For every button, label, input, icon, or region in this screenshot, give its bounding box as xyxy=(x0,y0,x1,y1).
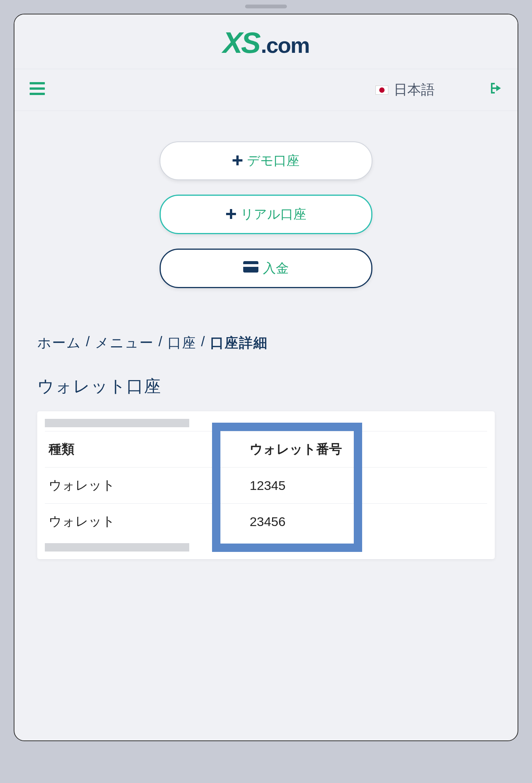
breadcrumb-separator: / xyxy=(158,334,163,352)
table-row: ウォレット 12345 xyxy=(45,468,487,504)
menu-icon[interactable] xyxy=(30,81,45,98)
svg-rect-0 xyxy=(30,82,45,84)
app-screen: XS .com 日本語 デモ口座 xyxy=(14,14,518,741)
real-account-label: リアル口座 xyxy=(241,206,306,223)
table-header-number: ウォレット番号 xyxy=(231,431,487,468)
deposit-label: 入金 xyxy=(263,260,289,277)
logo-brand-text: XS xyxy=(223,28,259,57)
svg-rect-2 xyxy=(30,93,45,95)
device-notch xyxy=(245,5,287,8)
breadcrumb-current: 口座詳細 xyxy=(210,334,268,352)
japan-flag-icon xyxy=(375,86,388,95)
plus-icon xyxy=(226,207,236,222)
table-cell-type: ウォレット xyxy=(45,468,231,504)
language-selector[interactable]: 日本語 xyxy=(375,81,435,99)
breadcrumb: ホーム / メニュー / 口座 / 口座詳細 xyxy=(37,334,495,352)
breadcrumb-separator: / xyxy=(201,334,206,352)
table-cell-number: 12345 xyxy=(231,468,487,504)
main-content: デモ口座 リアル口座 入金 ホーム / メニュー / 口座 / 口座詳細 xyxy=(14,111,518,574)
action-button-group: デモ口座 リアル口座 入金 xyxy=(37,141,495,288)
demo-account-button[interactable]: デモ口座 xyxy=(160,141,372,180)
device-home-button xyxy=(255,754,277,777)
brand-logo[interactable]: XS .com xyxy=(223,28,309,57)
topbar-right: 日本語 xyxy=(375,81,502,99)
real-account-button[interactable]: リアル口座 xyxy=(160,195,372,234)
breadcrumb-menu[interactable]: メニュー xyxy=(95,334,154,352)
logo-bar: XS .com xyxy=(14,14,518,69)
svg-rect-4 xyxy=(233,159,242,162)
table-cell-type: ウォレット xyxy=(45,504,231,540)
redacted-bar xyxy=(45,543,189,552)
svg-rect-10 xyxy=(243,265,258,266)
breadcrumb-account[interactable]: 口座 xyxy=(168,334,196,352)
plus-icon xyxy=(233,154,242,168)
wallet-card: 種類 ウォレット番号 ウォレット 12345 ウォレット 23456 xyxy=(37,411,495,559)
wallet-table: 種類 ウォレット番号 ウォレット 12345 ウォレット 23456 xyxy=(45,431,487,539)
table-row: ウォレット 23456 xyxy=(45,504,487,540)
breadcrumb-separator: / xyxy=(86,334,90,352)
section-title: ウォレット口座 xyxy=(37,375,495,398)
breadcrumb-home[interactable]: ホーム xyxy=(37,334,81,352)
redacted-bar xyxy=(45,419,189,427)
table-cell-number: 23456 xyxy=(231,504,487,540)
language-label: 日本語 xyxy=(394,81,435,99)
credit-card-icon xyxy=(243,261,258,276)
svg-rect-1 xyxy=(30,87,45,90)
demo-account-label: デモ口座 xyxy=(247,152,299,170)
topbar: 日本語 xyxy=(14,69,518,111)
logo-suffix-text: .com xyxy=(261,34,309,56)
table-header-type: 種類 xyxy=(45,431,231,468)
logout-icon[interactable] xyxy=(488,81,502,98)
svg-rect-6 xyxy=(226,213,236,215)
deposit-button[interactable]: 入金 xyxy=(160,249,372,288)
